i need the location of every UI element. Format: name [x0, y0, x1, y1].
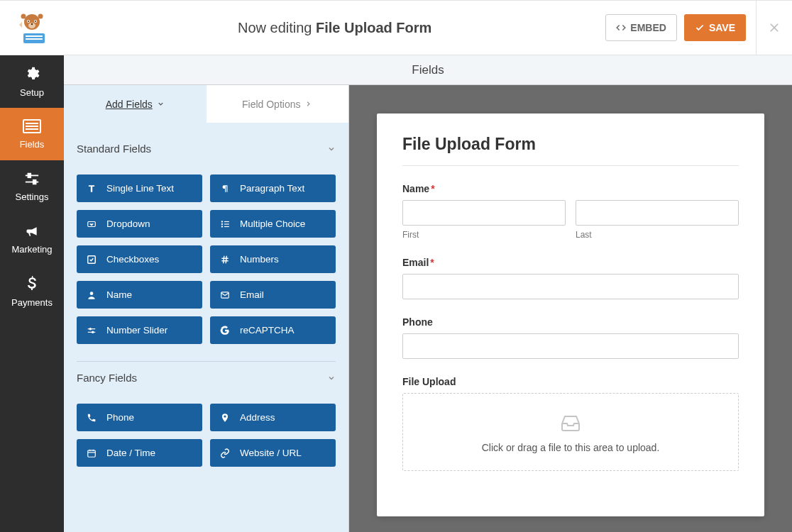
upload-tray-icon	[410, 414, 731, 433]
chevron-right-icon	[304, 100, 312, 108]
logo-wrap	[0, 1, 64, 55]
field-address[interactable]: Address	[210, 404, 336, 431]
upload-hint: Click or drag a file to this area to upl…	[410, 442, 731, 453]
standard-fields-grid: Single Line Text Paragraph Text Dropdown…	[77, 165, 336, 358]
form-field-phone[interactable]: Phone	[402, 316, 739, 359]
email-input[interactable]	[402, 274, 739, 299]
hash-icon	[220, 255, 231, 265]
tab-field-options[interactable]: Field Options	[207, 85, 349, 123]
panel-tabs: Add Fields Field Options	[64, 85, 348, 123]
svg-point-21	[221, 221, 223, 222]
form-field-name[interactable]: Name* First Last	[402, 183, 739, 240]
first-name-input[interactable]	[402, 200, 566, 226]
tab-label: Add Fields	[106, 99, 153, 110]
field-paragraph-text[interactable]: Paragraph Text	[210, 174, 336, 202]
field-dropdown[interactable]: Dropdown	[77, 210, 202, 238]
form-field-email[interactable]: Email*	[402, 257, 739, 299]
field-checkboxes[interactable]: Checkboxes	[77, 245, 202, 273]
google-icon	[220, 326, 231, 336]
form-canvas: File Upload Form Name* First La	[349, 85, 792, 532]
name-label: Name*	[402, 183, 739, 194]
save-label: SAVE	[709, 22, 735, 33]
fields-panel: Add Fields Field Options	[64, 85, 349, 532]
editing-prefix: Now editing	[238, 20, 312, 35]
svg-point-7	[21, 14, 26, 19]
chevron-down-icon	[327, 374, 336, 382]
close-icon	[767, 21, 781, 35]
embed-button[interactable]: EMBED	[605, 14, 677, 41]
sidebar-item-settings[interactable]: Settings	[0, 160, 64, 213]
calendar-icon	[87, 448, 98, 458]
top-actions: EMBED SAVE	[605, 1, 757, 55]
svg-point-6	[31, 23, 33, 25]
sidebar-item-marketing[interactable]: Marketing	[0, 213, 64, 265]
field-recaptcha[interactable]: reCAPTCHA	[210, 316, 336, 344]
required-asterisk: *	[431, 183, 434, 194]
tab-label: Field Options	[242, 99, 300, 110]
section-standard-fields[interactable]: Standard Fields	[77, 133, 336, 165]
link-icon	[220, 448, 231, 458]
file-upload-dropzone[interactable]: Click or drag a file to this area to upl…	[402, 393, 739, 471]
svg-line-30	[224, 255, 224, 263]
section-fancy-fields[interactable]: Fancy Fields	[77, 362, 336, 394]
email-label: Email*	[402, 257, 739, 268]
close-button[interactable]	[757, 1, 792, 55]
form-title: File Upload Form	[402, 135, 739, 154]
field-email[interactable]: Email	[210, 281, 336, 309]
sidebar-item-setup[interactable]: Setup	[0, 55, 64, 108]
field-multiple-choice[interactable]: Multiple Choice	[210, 210, 336, 238]
sliders-icon	[24, 172, 40, 186]
panel-body: Standard Fields Single Line Text Paragra…	[64, 123, 348, 532]
sidebar-item-fields[interactable]: Fields	[0, 108, 64, 160]
svg-point-25	[221, 226, 223, 227]
code-icon	[616, 23, 626, 33]
svg-rect-10	[26, 35, 43, 37]
sidebar-label: Marketing	[11, 244, 52, 255]
map-pin-icon	[220, 413, 231, 423]
fields-icon	[23, 119, 41, 133]
text-icon	[87, 184, 98, 194]
field-phone[interactable]: Phone	[77, 404, 202, 431]
form-preview: File Upload Form Name* First La	[377, 113, 764, 516]
sidebar-label: Setup	[20, 87, 44, 98]
svg-point-23	[221, 223, 223, 224]
editing-form-name: File Upload Form	[316, 20, 431, 35]
envelope-icon	[220, 290, 231, 300]
field-date-time[interactable]: Date / Time	[77, 439, 202, 467]
chevron-down-icon	[327, 145, 336, 153]
field-website-url[interactable]: Website / URL	[210, 439, 336, 467]
section-title: Fancy Fields	[77, 372, 137, 384]
first-sublabel: First	[402, 230, 566, 240]
phone-icon	[87, 413, 98, 423]
svg-point-32	[90, 292, 94, 295]
svg-rect-22	[224, 221, 229, 221]
sidebar-label: Fields	[20, 139, 45, 150]
field-number-slider[interactable]: Number Slider	[77, 316, 202, 344]
phone-input[interactable]	[402, 333, 739, 359]
field-numbers[interactable]: Numbers	[210, 245, 336, 273]
embed-label: EMBED	[630, 22, 666, 33]
sidebar-item-payments[interactable]: Payments	[0, 265, 64, 318]
user-icon	[87, 290, 98, 300]
svg-rect-26	[224, 226, 229, 226]
sliders-h-icon	[87, 326, 98, 336]
svg-rect-11	[26, 38, 43, 40]
main-sidebar: Setup Fields Settings Marketing Payments	[0, 55, 64, 532]
list-icon	[220, 219, 231, 229]
paragraph-icon	[220, 184, 231, 194]
section-title: Standard Fields	[77, 143, 151, 155]
sidebar-label: Settings	[16, 192, 49, 202]
upload-label: File Upload	[402, 376, 739, 387]
svg-rect-38	[88, 450, 96, 456]
form-field-file-upload[interactable]: File Upload Click or drag a file to this…	[402, 376, 739, 471]
tab-add-fields[interactable]: Add Fields	[64, 85, 207, 123]
field-single-line-text[interactable]: Single Line Text	[77, 174, 202, 202]
svg-point-4	[35, 21, 36, 22]
save-button[interactable]: SAVE	[684, 14, 746, 41]
svg-point-3	[28, 21, 29, 22]
last-name-input[interactable]	[576, 200, 739, 226]
field-name[interactable]: Name	[77, 281, 202, 309]
divider	[402, 165, 739, 166]
panel-title: Fields	[412, 63, 444, 77]
required-asterisk: *	[430, 257, 434, 268]
